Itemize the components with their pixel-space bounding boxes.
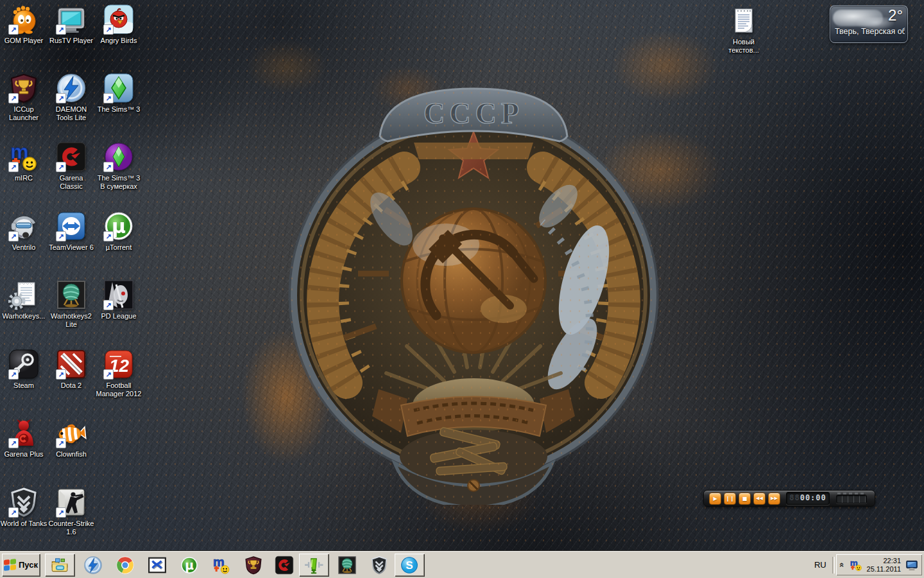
desktop-icon-iccup-launcher[interactable]: ↗ICCup Launcher [0,73,47,122]
desktop-icon-label: Counter-Strike 1.6 [47,520,95,536]
desktop-icon-daemon-tools-lite[interactable]: ↗DAEMON Tools Lite [47,73,95,122]
taskbar-item-daemon-tools[interactable] [78,554,108,576]
mirc-tray-icon[interactable]: m [850,559,862,572]
desktop-icon-gom-player[interactable]: ↗GOM Player [0,4,47,45]
desktop-icon-label: The Sims™ 3 В сумерках [95,174,142,191]
desktop-icon-label: ICCup Launcher [0,105,47,122]
language-indicator[interactable]: RU [809,560,831,570]
taskbar-item-chrome[interactable] [110,554,140,576]
utorrent-icon: µ↗ [103,211,134,241]
desktop-icon-label: Warhotkeys... [0,312,47,320]
sims3dark-icon: ↗ [103,141,134,172]
warhotkeys2-icon [56,279,87,310]
tray-panel: « m 22:31 25.11.2011 [836,554,922,575]
taskbar-item-iccup[interactable] [239,554,268,576]
media-player-gadget: ▶❙❙■◀◀▶▶ 8800:00 [703,490,875,507]
weather-gadget[interactable]: 2° Тверь, Тверская об... [830,5,908,43]
desktop-icon-label: RusTV Player [47,37,95,45]
desktop-icon-label: Steam [0,381,47,390]
shortcut-arrow-overlay: ↗ [103,300,114,310]
start-button[interactable]: Пуск [2,554,40,576]
taskbar-item-world-of-tanks[interactable] [364,554,394,576]
windows-logo-icon [4,559,16,572]
taskbar-item-aimp[interactable] [299,554,329,576]
desktop-icon-label: DAEMON Tools Lite [47,105,95,122]
desktop-icon-world-of-tanks[interactable]: ↗World of Tanks [0,487,47,528]
shortcut-arrow-overlay: ↗ [103,231,114,241]
garenaplus-icon: ↗ [8,417,39,448]
desktop-icon-the-sims-3-dusk[interactable]: ↗The Sims™ 3 В сумерках [95,141,142,191]
desktop-icon-utorrent[interactable]: µ↗µTorrent [95,211,142,252]
desktop-icon-label: µTorrent [95,243,142,252]
desktop-icon-label: Новый текстов... [720,38,767,55]
desktop-icon-ventrilo[interactable]: ↗Ventrilo [0,211,47,252]
taskbar-item-skype[interactable]: S [395,554,424,576]
angry-icon: ↗ [103,4,134,35]
show-hidden-icons-chevron[interactable]: « [838,563,846,567]
shortcut-arrow-overlay: ↗ [103,369,114,380]
desktop-icon-garena-classic[interactable]: ↗Garena Classic [47,141,95,191]
desktop-icon-counter-strike-16[interactable]: ↗Counter-Strike 1.6 [47,487,95,536]
desktop-icon-dota-2[interactable]: ↗Dota 2 [47,349,95,390]
desktop-icon-clownfish[interactable]: ↗Clownfish [47,417,95,459]
desktop-icon-football-manager-2012[interactable]: 12↗Football Manager 2012 [95,349,142,398]
lcd-time: 00:00 [800,493,826,502]
rewind-button[interactable]: ◀◀ [753,493,766,505]
ussr-emblem-wallpaper: СССР [282,81,665,505]
desktop-icon-pd-league[interactable]: ↗PD League [95,279,142,320]
media-progress-bar[interactable] [836,495,867,504]
taskbar-item-utorrent[interactable]: µ [175,554,204,576]
desktop-icon-warhotkeys[interactable]: Warhotkeys... [0,279,47,320]
ventrilo-icon: ↗ [8,211,39,241]
pause-button[interactable]: ❙❙ [724,493,736,505]
desktop-icon-label: GOM Player [0,37,47,45]
tray-clock[interactable]: 22:31 25.11.2011 [867,557,901,574]
shortcut-arrow-overlay: ↗ [8,507,19,518]
desktop-icon-steam[interactable]: ↗Steam [0,349,47,390]
teamviewer-icon: ↗ [56,211,87,241]
desktop-icon-rustv-player[interactable]: ↗RusTV Player [47,4,95,45]
taskbar: Пуск µmS RU « m 22:31 25.11.2011 [0,550,924,578]
desktop-icon-label: PD League [95,312,142,320]
desktop-icon-label: Dota 2 [47,381,95,390]
cs16-icon: ↗ [56,487,87,518]
desktop-icon-warhotkeys2-lite[interactable]: Warhotkeys2 Lite [47,279,95,329]
daemon-icon: ↗ [56,73,87,103]
desktop-icon-teamviewer-6[interactable]: ↗TeamViewer 6 [47,211,95,252]
fast-forward-button[interactable]: ▶▶ [768,493,780,505]
shortcut-arrow-overlay: ↗ [8,438,19,448]
shortcut-arrow-overlay: ↗ [103,162,114,172]
daemon-icon [83,556,103,575]
dota2-icon: ↗ [56,349,87,380]
desktop-icon-angry-birds[interactable]: ↗Angry Birds [95,4,142,45]
desktop-icon-label: Clownfish [47,450,95,459]
play-button[interactable]: ▶ [709,493,721,505]
steam-icon: ↗ [8,349,39,380]
desktop-icon-the-sims-3[interactable]: ↗The Sims™ 3 [95,73,142,114]
lcd-dim-digits: 88 [789,493,800,502]
stop-button[interactable]: ■ [739,493,751,505]
pdleague-icon: ↗ [103,279,134,310]
shortcut-arrow-overlay: ↗ [8,369,19,380]
desktop-icon-label: Garena Plus [0,450,47,459]
iccup-icon [244,556,263,575]
taskbar-item-mirc[interactable]: m [207,554,236,576]
tray-date: 25.11.2011 [867,565,901,574]
taskbar-item-explorer-folder[interactable] [45,554,74,576]
desktop-icon-garena-plus[interactable]: ↗Garena Plus [0,417,47,459]
shortcut-arrow-overlay: ↗ [56,24,66,35]
display-tray-icon[interactable] [905,559,918,572]
taskbar-item-warhotkeys2[interactable] [332,554,362,576]
desktop-icon-mirc[interactable]: m↗mIRC [0,141,47,182]
aimp-icon [304,556,323,575]
weather-temperature: 2° [888,6,903,24]
taskbar-item-garena[interactable] [270,554,299,576]
mirc-icon: m [212,556,231,575]
emblem-cccp-text: СССР [424,97,524,130]
desktop-icon-label: Angry Birds [95,37,142,45]
desktop-icon-new-text-document[interactable]: Новый текстов... [720,5,767,55]
shortcut-arrow-overlay: ↗ [56,162,66,172]
gom-icon: ↗ [8,4,39,35]
taskbar-item-xfire[interactable] [142,554,172,576]
desktop-icon-label: Ventrilo [0,243,47,252]
